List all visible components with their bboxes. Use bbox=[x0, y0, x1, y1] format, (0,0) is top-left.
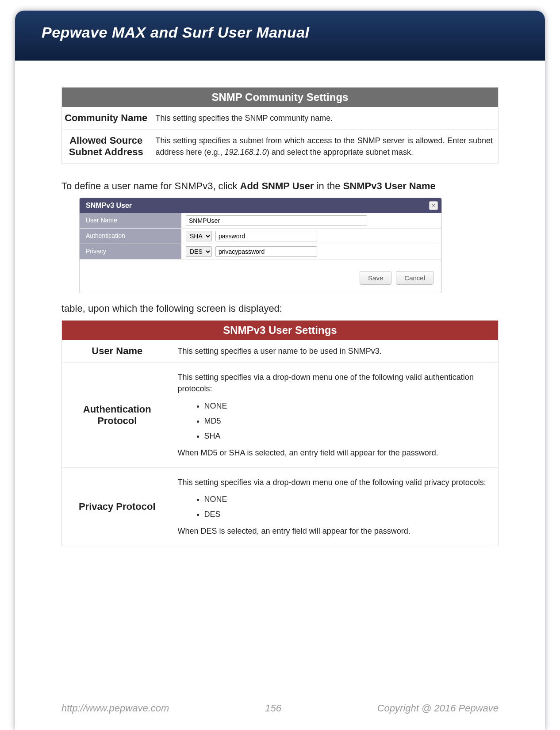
page-frame: Pepwave MAX and Surf User Manual SNMP Co… bbox=[15, 11, 545, 730]
community-name-desc: This setting specifies the SNMP communit… bbox=[150, 107, 499, 130]
footer-page-number: 156 bbox=[265, 703, 281, 714]
allowed-source-label: Allowed Source Subnet Address bbox=[62, 130, 150, 164]
privacy-protocol-desc: This setting specifies via a drop-down m… bbox=[173, 467, 499, 546]
auth-protocol-label: Authentication Protocol bbox=[62, 363, 173, 468]
table-row: Allowed Source Subnet Address This setti… bbox=[62, 130, 499, 164]
table2-title: SNMPv3 User Settings bbox=[62, 321, 499, 340]
page-title: Pepwave MAX and Surf User Manual bbox=[42, 24, 510, 41]
dialog-title-text: SNMPv3 User bbox=[80, 198, 138, 213]
desc-text: ) and select the appropriate subnet mask… bbox=[267, 148, 413, 157]
user-name-label: User Name bbox=[62, 340, 173, 363]
community-name-label: Community Name bbox=[62, 107, 150, 130]
table-row: User Name This setting specifies a user … bbox=[62, 340, 499, 363]
list-item: DES bbox=[204, 507, 493, 522]
text-bold: SNMPv3 User Name bbox=[343, 180, 436, 191]
privacy-note: When DES is selected, an entry field wil… bbox=[178, 525, 493, 537]
text: To define a user name for SNMPv3, click bbox=[61, 180, 240, 191]
authentication-select[interactable]: SHA bbox=[186, 231, 212, 241]
snmp-community-settings-table: SNMP Community Settings Community Name T… bbox=[61, 87, 499, 164]
footer-url: http://www.pepwave.com bbox=[61, 703, 169, 714]
page-content: SNMP Community Settings Community Name T… bbox=[15, 61, 545, 546]
footer-copyright: Copyright @ 2016 Pepwave bbox=[377, 703, 499, 714]
intro-paragraph-2: table, upon which the following screen i… bbox=[61, 301, 499, 316]
auth-protocol-desc: This setting specifies via a drop-down m… bbox=[173, 363, 499, 468]
privacy-protocol-label: Privacy Protocol bbox=[62, 467, 173, 546]
intro-paragraph-1: To define a user name for SNMPv3, click … bbox=[61, 179, 499, 193]
authentication-password-input[interactable] bbox=[215, 231, 317, 241]
table-row: Authentication Protocol This setting spe… bbox=[62, 363, 499, 468]
privacy-label: Privacy bbox=[80, 244, 181, 259]
username-label: User Name bbox=[80, 213, 181, 228]
text: in the bbox=[314, 180, 343, 191]
text-bold: Add SNMP User bbox=[240, 180, 314, 191]
snmpv3-user-dialog: SNMPv3 User × User Name Authentication S… bbox=[79, 198, 442, 293]
page-header: Pepwave MAX and Surf User Manual bbox=[15, 11, 545, 61]
save-button[interactable]: Save bbox=[360, 271, 391, 285]
username-input[interactable] bbox=[186, 215, 367, 226]
table-row: Community Name This setting specifies th… bbox=[62, 107, 499, 130]
dialog-button-row: Save Cancel bbox=[80, 260, 441, 288]
page-footer: http://www.pepwave.com 156 Copyright @ 2… bbox=[61, 703, 499, 714]
table1-title: SNMP Community Settings bbox=[62, 88, 499, 107]
desc-example: 192.168.1.0 bbox=[225, 148, 267, 157]
privacy-password-input[interactable] bbox=[215, 246, 317, 257]
auth-intro: This setting specifies via a drop-down m… bbox=[178, 371, 493, 394]
list-item: MD5 bbox=[204, 413, 493, 428]
dialog-row-privacy: Privacy DES bbox=[80, 244, 441, 260]
privacy-select[interactable]: DES bbox=[186, 246, 212, 257]
cancel-button[interactable]: Cancel bbox=[396, 271, 433, 285]
dialog-titlebar: SNMPv3 User × bbox=[80, 198, 441, 213]
snmpv3-user-settings-table: SNMPv3 User Settings User Name This sett… bbox=[61, 320, 499, 546]
dialog-row-authentication: Authentication SHA bbox=[80, 229, 441, 244]
privacy-options-list: NONE DES bbox=[204, 492, 493, 522]
list-item: NONE bbox=[204, 398, 493, 413]
auth-note: When MD5 or SHA is selected, an entry fi… bbox=[178, 447, 493, 459]
auth-options-list: NONE MD5 SHA bbox=[204, 398, 493, 443]
close-icon[interactable]: × bbox=[429, 201, 438, 210]
privacy-intro: This setting specifies via a drop-down m… bbox=[178, 477, 493, 488]
authentication-label: Authentication bbox=[80, 229, 181, 244]
table-row: Privacy Protocol This setting specifies … bbox=[62, 467, 499, 546]
list-item: NONE bbox=[204, 492, 493, 507]
user-name-desc: This setting specifies a user name to be… bbox=[173, 340, 499, 363]
dialog-row-username: User Name bbox=[80, 213, 441, 229]
list-item: SHA bbox=[204, 428, 493, 443]
allowed-source-desc: This setting specifies a subnet from whi… bbox=[150, 130, 499, 164]
